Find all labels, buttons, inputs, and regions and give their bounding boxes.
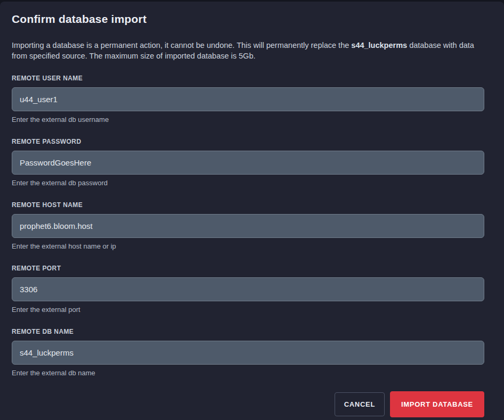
remote-host-name-helper: Enter the external host name or ip — [12, 242, 484, 250]
remote-db-name-input[interactable] — [12, 341, 484, 365]
database-name-emphasis: s44_luckperms — [351, 41, 407, 50]
field-remote-db-name: REMOTE DB NAME Enter the external db nam… — [12, 328, 484, 377]
field-remote-host-name: REMOTE HOST NAME Enter the external host… — [12, 201, 484, 250]
remote-host-name-input[interactable] — [12, 214, 484, 238]
remote-user-name-helper: Enter the external db username — [12, 116, 484, 123]
remote-host-name-label: REMOTE HOST NAME — [12, 201, 484, 209]
remote-port-input[interactable] — [12, 277, 484, 301]
modal-description: Importing a database is a permanent acti… — [12, 40, 484, 61]
modal-title: Confirm database import — [12, 13, 484, 26]
description-part1: Importing a database is a permanent acti… — [12, 41, 351, 50]
remote-port-helper: Enter the external port — [12, 306, 484, 314]
remote-user-name-input[interactable] — [12, 87, 484, 111]
remote-port-label: REMOTE PORT — [12, 265, 484, 272]
modal-actions: CANCEL IMPORT DATABASE — [12, 391, 484, 420]
field-remote-password: REMOTE PASSWORD Enter the external db pa… — [12, 138, 484, 187]
remote-user-name-label: REMOTE USER NAME — [12, 75, 484, 82]
remote-password-helper: Enter the external db password — [12, 179, 484, 187]
cancel-button[interactable]: CANCEL — [335, 392, 385, 416]
remote-password-label: REMOTE PASSWORD — [12, 138, 484, 145]
field-remote-port: REMOTE PORT Enter the external port — [12, 265, 484, 314]
confirm-database-import-modal: Confirm database import Importing a data… — [0, 2, 504, 420]
remote-password-input[interactable] — [12, 151, 484, 175]
import-database-button[interactable]: IMPORT DATABASE — [390, 391, 484, 417]
field-remote-user-name: REMOTE USER NAME Enter the external db u… — [12, 75, 484, 123]
remote-db-name-label: REMOTE DB NAME — [12, 328, 484, 335]
remote-db-name-helper: Enter the external db name — [12, 369, 484, 377]
